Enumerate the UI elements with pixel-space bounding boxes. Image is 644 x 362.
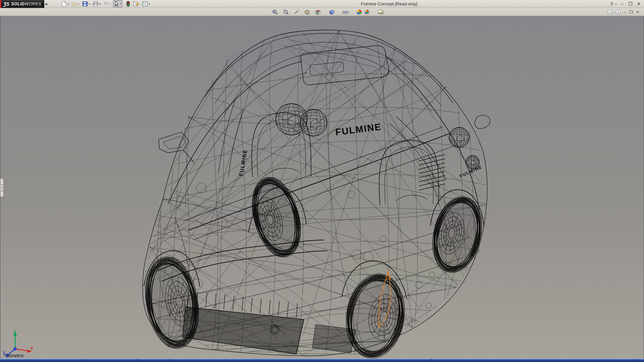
doc-close-button[interactable]: ✕ (636, 10, 639, 14)
solidworks-window: { "titlebar": { "brand": { "glyph": "ƷS"… (0, 0, 644, 362)
view-settings-button[interactable] (377, 9, 384, 16)
undo-arrow-icon (103, 1, 109, 7)
options-button[interactable]: ▾ (141, 0, 151, 7)
previous-view-button[interactable] (292, 9, 300, 16)
window-controls: ? ▾ – ❐ ✕ (610, 0, 641, 8)
model-badge-rear: FULMINE (335, 121, 382, 137)
minimize-button[interactable]: – (621, 0, 624, 8)
edit-appearance-icon (356, 9, 362, 15)
model-badge-windshield: FULMINE (238, 149, 248, 176)
headlight-wireframes[interactable] (276, 104, 479, 169)
hide-show-items-button[interactable] (341, 9, 349, 16)
chevron-left-icon: ◂ (1, 184, 3, 186)
taskbar-divider (82, 359, 83, 362)
expand-pane-right-button[interactable]: ▸ (616, 10, 621, 14)
file-properties-button[interactable] (132, 0, 140, 7)
featuremanager-flyout-tab[interactable]: ◂ ◂ ◂ (0, 178, 4, 197)
help-button[interactable]: ? (610, 0, 613, 8)
dassault-3s-icon: ƷS (3, 1, 9, 7)
select-button[interactable]: ▾ (113, 0, 122, 7)
display-style-icon (329, 9, 335, 15)
undo-button[interactable]: ▾ (102, 0, 112, 7)
doc-minimize-button[interactable]: – (624, 10, 626, 14)
taskbar-divider (137, 359, 138, 362)
taskbar-divider (431, 359, 432, 362)
view-orientation-icon (315, 9, 321, 15)
rebuild-button[interactable] (125, 0, 131, 7)
edit-appearance-button[interactable] (355, 9, 363, 16)
standard-toolbar: ▾ ▾ ▾ ▾ (60, 0, 151, 7)
section-view-icon (304, 9, 310, 15)
display-style-button[interactable] (328, 9, 335, 16)
eyeglasses-icon (342, 9, 349, 15)
title-bar: ƷS SOLID WORKS ▶ ▾ ▾ ▾ (0, 0, 644, 8)
print-button[interactable]: ▾ (92, 0, 102, 7)
menu-row: ◂ ▸ – ❐ ✕ (0, 8, 644, 16)
apply-scene-button[interactable] (363, 9, 371, 16)
view-orientation-label: *Dimetric (4, 353, 24, 358)
rebuild-traffic-light-icon (126, 1, 130, 7)
new-document-icon (61, 1, 67, 7)
view-orientation-button[interactable] (314, 9, 322, 16)
help-dropdown-icon[interactable]: ▾ (615, 3, 616, 6)
document-title: Fulmine Concept [Read-only] (361, 1, 417, 6)
windows-taskbar-edge (0, 359, 644, 362)
dropdown-arrow-icon: ▾ (78, 2, 79, 5)
axis-x-label: X (31, 346, 33, 350)
dropdown-arrow-icon[interactable]: ▾ (89, 2, 90, 5)
close-button[interactable]: ✕ (637, 0, 641, 8)
dropdown-arrow-icon[interactable]: ▾ (67, 2, 69, 5)
file-properties-icon (133, 1, 139, 7)
save-floppy-icon (82, 1, 88, 7)
wheel-wireframes[interactable] (135, 170, 492, 359)
print-icon (93, 1, 99, 7)
heads-up-view-toolbar (271, 8, 384, 16)
restore-button[interactable]: ❐ (628, 0, 632, 8)
graphics-viewport[interactable]: FULMINEFULMINEFULMINE ◂ ◂ ◂ Y X Z *Dimet… (0, 16, 644, 359)
zoom-to-area-icon (283, 9, 289, 15)
view-settings-icon (377, 9, 384, 15)
solidworks-logo: ƷS SOLID WORKS (0, 0, 44, 8)
open-button[interactable]: ▾ (70, 0, 80, 7)
select-arrow-icon (114, 1, 119, 7)
model-wireframe-canvas[interactable]: FULMINEFULMINEFULMINE (0, 16, 644, 359)
chevron-left-icon: ◂ (1, 190, 3, 192)
chevron-left-icon: ◂ (1, 187, 3, 189)
wheel[interactable] (240, 170, 313, 265)
options-checklist-icon (142, 1, 148, 7)
dropdown-arrow-icon[interactable]: ▾ (99, 2, 101, 5)
brand-bold-text: SOLID (11, 2, 25, 6)
taskbar-divider (637, 359, 637, 362)
dropdown-arrow-icon: ▾ (110, 2, 111, 5)
new-document-button[interactable]: ▾ (60, 0, 70, 7)
dropdown-arrow-icon[interactable]: ▾ (120, 2, 121, 5)
open-folder-icon (71, 1, 77, 7)
axis-y-label: Y (13, 329, 16, 334)
collapse-pane-left-button[interactable]: ◂ (608, 10, 613, 14)
taskbar-divider (170, 359, 170, 362)
document-window-controls: ◂ ▸ – ❐ ✕ (608, 8, 639, 16)
zoom-to-fit-icon (272, 9, 278, 15)
brand-light-text: WORKS (25, 2, 42, 6)
save-button[interactable]: ▾ (81, 0, 91, 7)
zoom-to-fit-button[interactable] (271, 9, 279, 16)
zoom-to-area-button[interactable] (282, 9, 289, 16)
dropdown-arrow-icon[interactable]: ▾ (149, 2, 150, 5)
section-view-button[interactable] (303, 9, 311, 16)
menu-expand-arrow[interactable]: ▶ (45, 1, 49, 7)
apply-scene-icon (364, 9, 370, 15)
previous-view-icon (293, 9, 300, 15)
doc-restore-button[interactable]: ❐ (629, 10, 633, 14)
